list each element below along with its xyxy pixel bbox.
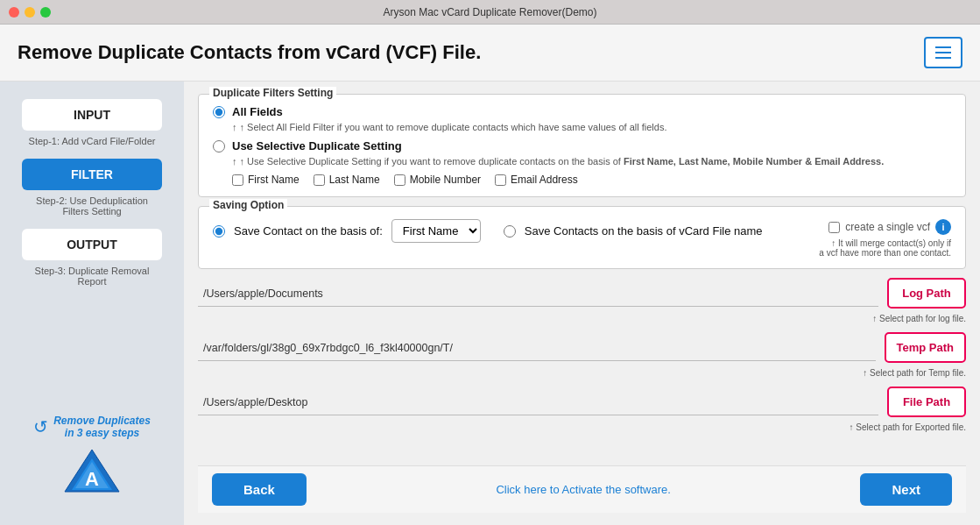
titlebar: Aryson Mac vCard Duplicate Remover(Demo): [0, 0, 980, 25]
back-button[interactable]: Back: [212, 473, 307, 506]
activate-link[interactable]: Click here to Activate the software.: [496, 483, 670, 496]
sidebar-input-btn[interactable]: INPUT: [22, 99, 162, 131]
hint-arrow-2: ↑: [232, 156, 240, 167]
log-path-container: /Users/apple/Documents: [198, 280, 878, 307]
hint-arrow-1: ↑: [232, 122, 240, 132]
email-label: Email Address: [511, 174, 578, 186]
saving-section-title: Saving Option: [209, 199, 287, 211]
basis-dropdown[interactable]: First Name Last Name Email: [391, 219, 481, 243]
save-vcf-radio[interactable]: [504, 225, 516, 238]
minimize-btn[interactable]: [25, 7, 35, 18]
sidebar: INPUT Step-1: Add vCard File/Folder FILT…: [0, 82, 184, 525]
log-path-value: /Users/apple/Documents: [198, 287, 328, 300]
sidebar-input-step: Step-1: Add vCard File/Folder: [22, 136, 162, 146]
first-name-checkbox[interactable]: [232, 174, 243, 186]
all-fields-hint: ↑ ↑ Select All Field Filter if you want …: [232, 122, 951, 132]
log-path-button[interactable]: Log Path: [887, 278, 966, 309]
close-btn[interactable]: [9, 7, 19, 18]
body: INPUT Step-1: Add vCard File/Folder FILT…: [0, 82, 980, 525]
main-content: Duplicate Filters Setting All Fields ↑ ↑…: [184, 82, 980, 525]
selective-row: Use Selective Duplicate Setting: [213, 139, 951, 153]
selective-hint-text: ↑ Use Selective Duplicate Setting if you…: [240, 156, 621, 167]
selective-hint-bold: First Name, Last Name, Mobile Number & E…: [624, 156, 884, 167]
titlebar-title: Aryson Mac vCard Duplicate Remover(Demo): [383, 6, 596, 18]
sidebar-filter-step: Step-2: Use Deduplication Filters Settin…: [22, 195, 162, 216]
paths-area: /Users/apple/Documents Log Path ↑ Select…: [198, 278, 966, 457]
saving-section: Saving Option Save Contact on the basis …: [198, 206, 966, 269]
filters-section: Duplicate Filters Setting All Fields ↑ ↑…: [198, 94, 966, 197]
sidebar-logo-area: ↺ Remove Duplicates in 3 easy steps A: [33, 411, 151, 507]
saving-row: Save Contact on the basis of: First Name…: [213, 219, 767, 243]
sidebar-circular: ↺ Remove Duplicates in 3 easy steps: [33, 415, 151, 439]
page-title: Remove Duplicate Contacts from vCard (VC…: [18, 41, 481, 64]
save-on-basis-label: Save Contact on the basis of:: [234, 224, 383, 238]
menu-line-2: [935, 52, 951, 53]
selective-label: Use Selective Duplicate Setting: [232, 139, 402, 153]
file-path-value: /Users/apple/Desktop: [198, 396, 314, 408]
checkbox-mobile: Mobile Number: [394, 174, 481, 186]
last-name-checkbox[interactable]: [314, 174, 325, 186]
bottom-bar: Back Click here to Activate the software…: [198, 465, 966, 513]
menu-line-3: [935, 57, 951, 59]
selective-radio[interactable]: [213, 140, 225, 153]
save-basis-radio[interactable]: [213, 225, 225, 238]
save-vcf-label: Save Contacts on the basis of vCard File…: [525, 224, 763, 238]
file-path-container: /Users/apple/Desktop: [198, 388, 878, 415]
header: Remove Duplicate Contacts from vCard (VC…: [0, 25, 980, 82]
email-checkbox[interactable]: [495, 174, 506, 186]
file-path-row: /Users/apple/Desktop File Path: [198, 387, 966, 417]
all-fields-row: All Fields: [213, 105, 951, 118]
single-vcf-checkbox[interactable]: [828, 222, 840, 233]
checkbox-last-name: Last Name: [314, 174, 380, 186]
menu-line-1: [935, 46, 951, 48]
sidebar-output-step: Step-3: Duplicate Removal Report: [22, 266, 162, 287]
mobile-label: Mobile Number: [410, 174, 481, 186]
temp-path-hint: ↑ Select path for Temp file.: [198, 368, 966, 378]
maximize-btn[interactable]: [40, 7, 51, 18]
sidebar-circular-label: Remove Duplicates in 3 easy steps: [53, 415, 151, 439]
temp-path-value: /var/folders/gl/38g0_69x7rbdgc0_l6_f3kl4…: [198, 342, 458, 354]
sidebar-filter-btn[interactable]: FILTER: [22, 159, 162, 190]
next-button[interactable]: Next: [860, 473, 952, 506]
all-fields-radio[interactable]: [213, 106, 225, 118]
all-fields-label: All Fields: [232, 105, 283, 118]
checkbox-row: First Name Last Name Mobile Number Email…: [232, 174, 951, 186]
single-vcf-area: create a single vcf i ↑ It will merge co…: [776, 219, 951, 258]
titlebar-buttons: [9, 7, 51, 18]
checkbox-first-name: First Name: [232, 174, 300, 186]
temp-path-button[interactable]: Temp Path: [885, 332, 967, 363]
circular-arrow-icon: ↺: [33, 416, 48, 437]
mobile-checkbox[interactable]: [394, 174, 405, 186]
merge-note: ↑ It will merge contact(s) only if a vcf…: [819, 238, 951, 258]
checkbox-email: Email Address: [495, 174, 578, 186]
file-path-hint: ↑ Select path for Exported file.: [198, 422, 966, 432]
svg-text:A: A: [85, 468, 99, 490]
log-path-row: /Users/apple/Documents Log Path: [198, 278, 966, 309]
single-vcf-label: create a single vcf: [845, 221, 930, 233]
all-fields-hint-text: ↑ Select All Field Filter if you want to…: [240, 122, 667, 132]
app-logo: A: [61, 446, 123, 507]
temp-path-container: /var/folders/gl/38g0_69x7rbdgc0_l6_f3kl4…: [198, 334, 876, 361]
sidebar-output-btn[interactable]: OUTPUT: [22, 229, 162, 260]
temp-path-row: /var/folders/gl/38g0_69x7rbdgc0_l6_f3kl4…: [198, 332, 966, 363]
menu-button[interactable]: [924, 37, 962, 68]
file-path-button[interactable]: File Path: [887, 387, 966, 417]
log-path-hint: ↑ Select path for log file.: [198, 314, 966, 323]
selective-hint: ↑ ↑ Use Selective Duplicate Setting if y…: [232, 156, 951, 167]
main-window: Remove Duplicate Contacts from vCard (VC…: [0, 25, 980, 525]
last-name-label: Last Name: [329, 174, 380, 186]
filters-section-title: Duplicate Filters Setting: [209, 87, 336, 99]
first-name-label: First Name: [248, 174, 300, 186]
info-button[interactable]: i: [935, 219, 951, 235]
